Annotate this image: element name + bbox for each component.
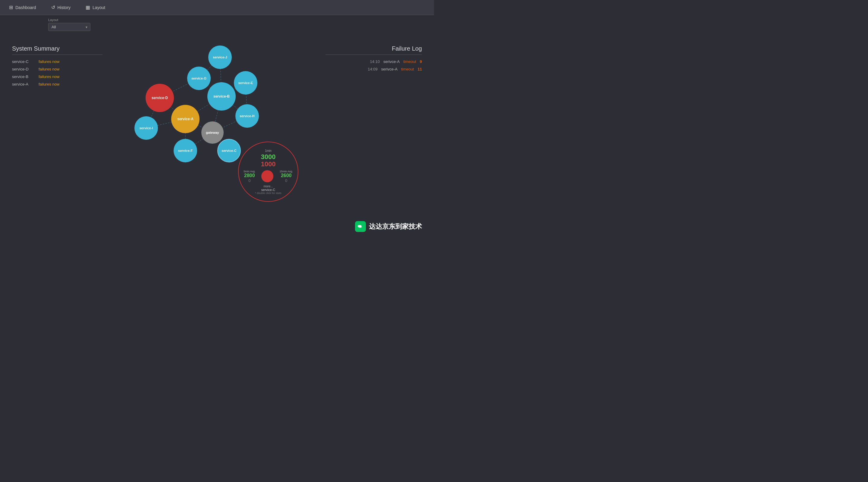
log-item-1: 14:09 serivce-A timeout 11 — [326, 65, 422, 73]
log-time-0: 14:10 — [370, 59, 380, 64]
failure-log-panel: Failure Log 14:10 serivce-A timeout 9 14… — [326, 45, 422, 73]
summary-status-d: failures now — [38, 67, 59, 71]
nav-dashboard[interactable]: ⊞ Dashboard — [6, 3, 39, 12]
summary-service-b: service-B — [12, 74, 36, 79]
node-service-j[interactable]: service-J — [208, 45, 232, 69]
watermark-text: 达达京东到家技术 — [369, 222, 422, 231]
log-type-1: timeout — [401, 67, 414, 71]
summary-service-d: service-D — [12, 67, 36, 71]
log-time-1: 14:09 — [368, 67, 378, 71]
stats-1min-label: 1min — [265, 149, 272, 153]
stats-5min-sub: 0 — [244, 178, 255, 183]
node-service-b[interactable]: service-B — [207, 82, 236, 110]
summary-item-d: service-D failures now — [12, 65, 102, 73]
nav-history[interactable]: ↺ History — [48, 3, 74, 12]
layout-select-wrap: All Default Custom — [48, 23, 90, 31]
log-service-0: serivce-A — [383, 59, 400, 64]
summary-item-c: service-C failures now — [12, 58, 102, 65]
node-service-g[interactable]: service-G — [187, 67, 211, 90]
main-content: System Summary service-C failures now se… — [0, 39, 434, 241]
log-type-0: timeout — [403, 59, 416, 64]
summary-item-b: service-B failures now — [12, 73, 102, 81]
summary-service-c: service-C — [12, 59, 36, 64]
stats-popup[interactable]: 1min 3000 1000 5min Avg. 2800 0 15min Av… — [238, 141, 299, 202]
dashboard-icon: ⊞ — [9, 4, 13, 10]
stats-5min-label: 5min Avg. — [244, 170, 255, 173]
node-service-a[interactable]: service-A — [171, 105, 199, 133]
log-service-1: serivce-A — [381, 67, 398, 71]
log-item-0: 14:10 serivce-A timeout 9 — [326, 58, 422, 65]
log-count-0: 9 — [420, 59, 422, 64]
nav-dashboard-label: Dashboard — [16, 5, 36, 10]
summary-item-a: service-A failures now — [12, 81, 102, 88]
stats-more[interactable]: more... — [264, 185, 273, 188]
log-count-1: 11 — [418, 67, 422, 71]
system-summary-title: System Summary — [12, 45, 102, 55]
stats-15min-val: 2600 — [279, 173, 293, 178]
node-service-e[interactable]: service-E — [234, 71, 257, 95]
summary-status-a: failures now — [38, 82, 59, 87]
stats-1min-green: 3000 — [261, 153, 276, 161]
top-navigation: ⊞ Dashboard ↺ History ▦ Layout — [0, 0, 434, 15]
network-graph: .conn { stroke: #4a9ab5; stroke-width: 1… — [127, 39, 307, 208]
wechat-icon — [355, 221, 366, 232]
nav-layout-label: Layout — [93, 5, 105, 10]
node-service-d[interactable]: service-D — [146, 84, 174, 112]
node-gateway[interactable]: gateway — [201, 121, 224, 144]
nav-layout[interactable]: ▦ Layout — [83, 3, 108, 12]
failure-log-title: Failure Log — [326, 45, 422, 55]
node-service-c[interactable]: service-C — [217, 139, 241, 162]
node-service-i[interactable]: service-I — [134, 116, 158, 140]
summary-status-b: failures now — [38, 74, 59, 79]
node-service-f[interactable]: service-F — [174, 139, 197, 162]
history-icon: ↺ — [51, 4, 55, 10]
stats-15min-col: 15min Avg. 2600 0 — [279, 170, 293, 183]
watermark: 达达京东到家技术 — [355, 221, 422, 232]
stats-5min-val: 2800 — [244, 173, 255, 178]
nav-history-label: History — [58, 5, 71, 10]
layout-select[interactable]: All Default Custom — [48, 23, 90, 31]
stats-1min-red: 1000 — [261, 161, 276, 167]
layout-section: Layout All Default Custom — [48, 18, 90, 31]
stats-hint: * double click for stats — [255, 192, 281, 195]
stats-center-dot — [261, 170, 273, 182]
summary-status-c: failures now — [38, 59, 59, 64]
node-service-h[interactable]: service-H — [236, 104, 259, 128]
layout-icon: ▦ — [86, 4, 90, 10]
layout-label: Layout — [48, 18, 90, 22]
stats-row: 5min Avg. 2800 0 15min Avg. 2600 0 — [244, 170, 293, 183]
summary-service-a: service-A — [12, 82, 36, 87]
stats-15min-label: 15min Avg. — [279, 170, 293, 173]
stats-service-name: service-C — [261, 188, 275, 192]
system-summary-panel: System Summary service-C failures now se… — [12, 45, 102, 88]
stats-5min-col: 5min Avg. 2800 0 — [244, 170, 255, 183]
stats-15min-sub: 0 — [279, 178, 293, 183]
